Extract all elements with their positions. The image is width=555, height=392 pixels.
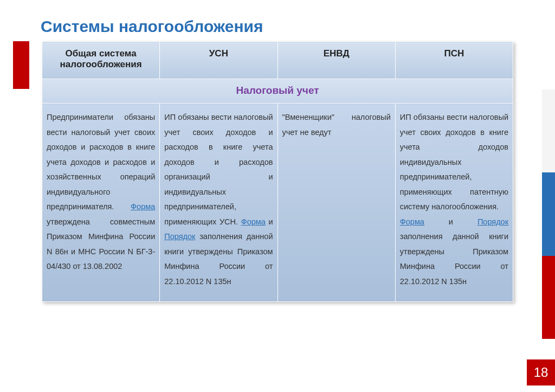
link-form[interactable]: Форма xyxy=(131,202,155,211)
link-form[interactable]: Форма xyxy=(400,217,424,226)
subheader-cell: Налоговый учет xyxy=(42,79,513,104)
link-procedure[interactable]: Порядок xyxy=(477,217,508,226)
flag-white xyxy=(542,89,555,172)
cell-text: и xyxy=(266,217,273,226)
header-col-1: Общая система налогообложения xyxy=(42,42,160,79)
cell-text: ИП обязаны вести налоговый учет своих до… xyxy=(400,113,508,211)
cell-col-1: Предприниматели обязаны вести налоговый … xyxy=(42,104,160,302)
table-subheader-row: Налоговый учет xyxy=(42,79,513,104)
cell-col-3: "Вмененщики" налоговый учет не ведут xyxy=(278,104,395,302)
flag-red xyxy=(542,256,555,339)
cell-text: и xyxy=(424,217,477,226)
table-row: Предприниматели обязаны вести налоговый … xyxy=(42,104,513,302)
header-col-3: ЕНВД xyxy=(278,42,395,79)
taxation-table: Общая система налогообложения УСН ЕНВД П… xyxy=(42,41,513,302)
flag-stripe xyxy=(542,89,555,339)
page-title: Системы налогообложения xyxy=(41,17,263,36)
table: Общая система налогообложения УСН ЕНВД П… xyxy=(42,41,513,302)
cell-col-4: ИП обязаны вести налоговый учет своих до… xyxy=(395,104,513,302)
table-header-row: Общая система налогообложения УСН ЕНВД П… xyxy=(42,42,513,79)
slide: Системы налогообложения Общая система на… xyxy=(0,0,555,392)
header-col-2: УСН xyxy=(160,42,278,79)
link-form[interactable]: Форма xyxy=(241,217,266,226)
cell-text: Предприниматели обязаны вести налоговый … xyxy=(47,113,155,211)
cell-text: заполнения данной книги утверждены Прика… xyxy=(400,232,508,286)
header-col-4: ПСН xyxy=(395,42,513,79)
red-accent-bar xyxy=(13,41,29,89)
cell-text: "Вмененщики" налоговый учет не ведут xyxy=(282,113,391,137)
cell-text: утверждена совместным Приказом Минфина Р… xyxy=(47,217,155,271)
page-number: 18 xyxy=(527,359,555,385)
cell-text: ИП обязаны вести налоговый учет своих до… xyxy=(164,113,273,226)
cell-col-2: ИП обязаны вести налоговый учет своих до… xyxy=(160,104,278,302)
flag-blue xyxy=(542,172,555,255)
link-procedure[interactable]: Порядок xyxy=(164,232,195,241)
